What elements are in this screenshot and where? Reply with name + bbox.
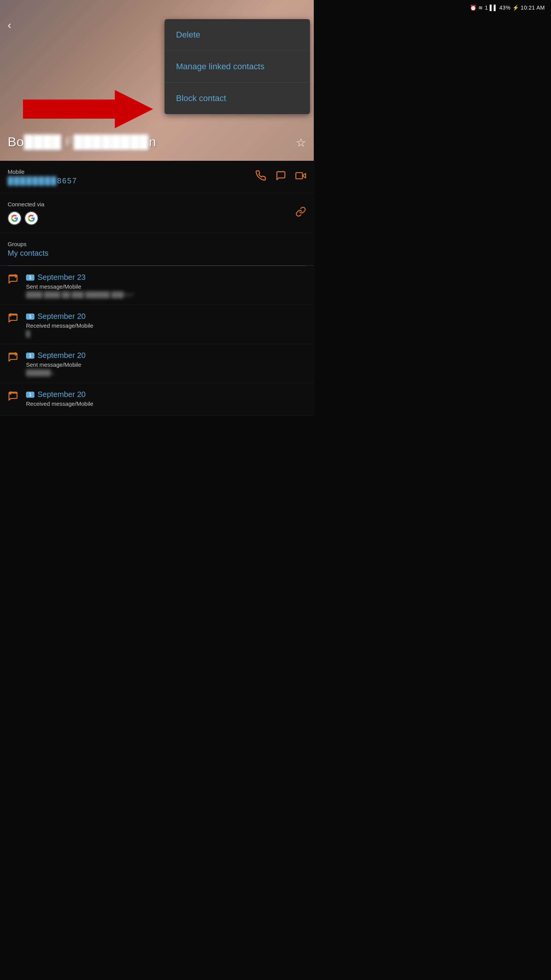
activity-item: 1 September 23 Sent message/Mobile ████ …: [0, 266, 314, 305]
status-bar: ⏰ ≋ 1 ▌▌ 43% ⚡ 10:21 AM: [0, 0, 314, 15]
connected-label: Connected via: [8, 201, 44, 207]
received-message-icon: [8, 313, 20, 326]
groups-row: Groups My contacts: [0, 233, 314, 266]
activity-date: September 20: [37, 390, 86, 399]
google-icon-2: [24, 211, 38, 225]
activity-type: Received message/Mobile: [26, 400, 306, 407]
menu-item-delete[interactable]: Delete: [165, 19, 310, 51]
activity-preview: ████ ████ ██ ███ ██████ ███ble?: [26, 291, 306, 298]
activity-date: September 20: [37, 351, 86, 360]
sent-message-icon: [8, 352, 20, 365]
phone-value: ████████8657: [8, 176, 77, 185]
activity-badge: 1: [26, 353, 34, 359]
connected-info: Connected via: [8, 201, 44, 225]
menu-item-block-contact[interactable]: Block contact: [165, 83, 310, 114]
activity-content: 1 September 20 Received message/Mobile █: [26, 312, 306, 337]
activity-type: Sent message/Mobile: [26, 283, 306, 290]
activity-content: 1 September 20 Sent message/Mobile █████…: [26, 351, 306, 376]
groups-value[interactable]: My contacts: [8, 249, 306, 258]
phone-row: Mobile ████████8657: [0, 161, 314, 193]
link-contacts-icon[interactable]: [295, 206, 306, 220]
activity-list: 1 September 23 Sent message/Mobile ████ …: [0, 266, 314, 416]
activity-date-row: 1 September 23: [26, 273, 306, 282]
activity-content: 1 September 20 Received message/Mobile: [26, 390, 306, 408]
activity-type: Sent message/Mobile: [26, 361, 306, 368]
call-icon[interactable]: [256, 170, 266, 184]
hero-area: ‹ Delete Manage linked contacts Block co…: [0, 0, 314, 161]
activity-type: Received message/Mobile: [26, 322, 306, 329]
favorite-button[interactable]: ☆: [296, 136, 306, 149]
video-icon[interactable]: [295, 170, 306, 184]
menu-item-manage-linked[interactable]: Manage linked contacts: [165, 51, 310, 83]
svg-marker-1: [303, 173, 306, 178]
activity-date-row: 1 September 20: [26, 351, 306, 360]
groups-label: Groups: [8, 241, 306, 247]
action-icons: [256, 170, 306, 184]
contact-details: Mobile ████████8657: [0, 161, 314, 416]
context-menu: Delete Manage linked contacts Block cont…: [165, 19, 310, 114]
message-icon[interactable]: [276, 170, 286, 184]
activity-date-row: 1 September 20: [26, 390, 306, 399]
svg-rect-2: [296, 172, 303, 178]
svg-marker-0: [23, 90, 153, 128]
activity-date: September 23: [37, 273, 86, 282]
activity-content: 1 September 23 Sent message/Mobile ████ …: [26, 273, 306, 298]
google-icon-1: [8, 211, 21, 225]
sent-message-icon: [8, 274, 20, 287]
back-button[interactable]: ‹: [8, 19, 11, 31]
activity-date: September 20: [37, 312, 86, 321]
phone-info: Mobile ████████8657: [8, 168, 77, 185]
received-message-icon: [8, 391, 20, 404]
activity-item: 1 September 20 Received message/Mobile: [0, 383, 314, 416]
activity-preview: █: [26, 330, 306, 337]
google-icons: [8, 211, 44, 225]
phone-label: Mobile: [8, 168, 77, 175]
contact-name: Bo████ F████████n: [8, 134, 156, 149]
activity-item: 1 September 20 Received message/Mobile █: [0, 305, 314, 344]
activity-badge: 1: [26, 274, 34, 281]
activity-badge: 1: [26, 392, 34, 398]
connected-via-row: Connected via: [0, 193, 314, 233]
annotation-arrow: [23, 88, 153, 132]
activity-badge: 1: [26, 314, 34, 320]
activity-preview: ██████a.: [26, 369, 306, 376]
activity-date-row: 1 September 20: [26, 312, 306, 321]
activity-item: 1 September 20 Sent message/Mobile █████…: [0, 344, 314, 383]
